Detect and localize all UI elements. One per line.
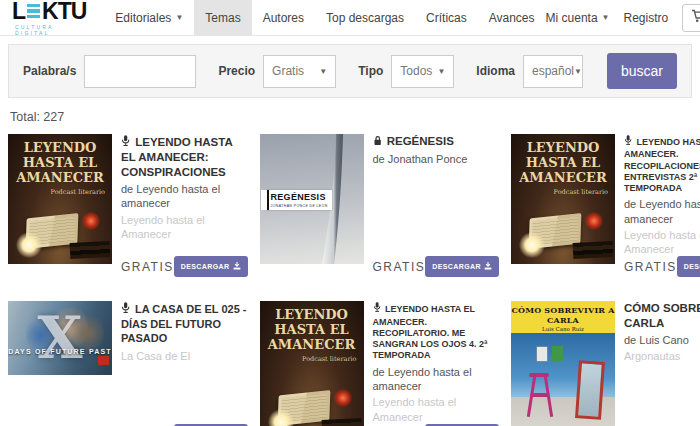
cover-title: LEYENDO HASTA EL AMANECER (260, 301, 364, 353)
book-cover[interactable]: REGÉNESIS JONATHAN PONCE DE LEÓN (260, 134, 364, 264)
cover-title: CÓMO SOBREVIVIR A CARLA (511, 305, 615, 325)
cover-x-mark: X (8, 309, 112, 367)
language-label: Idioma (476, 64, 515, 78)
download-button[interactable]: DESCARGAR (425, 256, 499, 277)
price-select[interactable]: Gratis ▼ (263, 55, 336, 88)
chevron-down-icon: ▼ (574, 67, 582, 76)
price-label: Precio (218, 64, 255, 78)
type-select[interactable]: Todos ▼ (391, 55, 454, 88)
type-label: Tipo (358, 64, 383, 78)
download-icon (484, 262, 492, 271)
cover-title: DAYS OF FUTURE PAST (8, 348, 112, 355)
lock-icon (373, 135, 382, 149)
chevron-down-icon: ▼ (437, 67, 445, 76)
header: L KTU CULTURA DIGITAL Editoriales ▼ Tema… (0, 0, 700, 36)
book-author: de Leyendo hasta el amanecer (624, 197, 700, 226)
chevron-down-icon: ▼ (602, 13, 610, 22)
chevron-down-icon: ▼ (319, 67, 327, 76)
book-card: LEYENDO HASTA EL AMANECER Podcast litera… (511, 134, 700, 277)
logo-tagline: CULTURA DIGITAL (12, 24, 86, 36)
account-menu[interactable]: Mi cuenta ▼ (546, 11, 610, 25)
logo-text-l: L (12, 0, 25, 23)
book-cover[interactable]: X DAYS OF FUTURE PAST (8, 301, 112, 426)
cover-title: LEYENDO HASTA EL AMANECER (511, 134, 615, 186)
nav-item-criticas[interactable]: Críticas (415, 0, 478, 36)
book-author: de Leyendo hasta el amanecer (121, 182, 248, 211)
chevron-down-icon: ▼ (175, 13, 183, 22)
book-title[interactable]: LEYENDO HASTA EL AMANECER. RECOPILACIONE… (624, 134, 700, 194)
price-label-gratis: GRATIS (373, 260, 426, 274)
book-author: de Leyendo hasta el amanecer (373, 365, 500, 394)
book-cover[interactable]: LEYENDO HASTA EL AMANECER Podcast litera… (260, 301, 364, 426)
book-card: CÓMO SOBREVIVIR A CARLA Luis Cano Ruiz C… (511, 301, 700, 426)
book-author: de Jonathan Ponce (373, 152, 500, 166)
book-cover[interactable]: LEYENDO HASTA EL AMANECER Podcast litera… (511, 134, 615, 264)
book-publisher: Leyendo hasta el Amanecer (121, 213, 248, 242)
language-select[interactable]: español ▼ (523, 55, 583, 88)
register-link[interactable]: Registro (623, 11, 668, 25)
book-card: LEYENDO HASTA EL AMANECER Podcast litera… (260, 301, 500, 426)
book-cover[interactable]: CÓMO SOBREVIVIR A CARLA Luis Cano Ruiz (511, 301, 615, 426)
filter-bar: Palabra/s Precio Gratis ▼ Tipo Todos ▼ I… (8, 44, 692, 98)
download-button[interactable]: DESCARGAR (677, 256, 700, 277)
microphone-icon (373, 301, 381, 316)
nav-item-autores[interactable]: Autores (252, 0, 315, 36)
cover-title: LEYENDO HASTA EL AMANECER (8, 134, 112, 186)
cover-subtitle: Podcast literario (260, 353, 364, 363)
download-button[interactable]: DESCARGAR (174, 256, 248, 277)
logo-text-ktu: KTU (42, 0, 86, 23)
book-title[interactable]: REGÉNESIS (373, 134, 500, 149)
cart-button[interactable]: 1 ▼ (682, 4, 700, 32)
cover-subtitle: Podcast literario (8, 186, 112, 196)
price-label-gratis: GRATIS (121, 260, 174, 274)
microphone-icon (624, 134, 632, 149)
main-nav: Editoriales ▼ Temas Autores Top descarga… (104, 0, 545, 36)
nav-item-top-descargas[interactable]: Top descargas (315, 0, 415, 36)
nav-item-editoriales[interactable]: Editoriales ▼ (104, 0, 194, 36)
book-title[interactable]: LA CASA DE EL 025 - DÍAS DEL FUTURO PASA… (121, 301, 248, 345)
logo-bars-icon (27, 4, 40, 19)
lektu-logo[interactable]: L KTU CULTURA DIGITAL (12, 0, 86, 36)
book-publisher: Argonautas (624, 349, 700, 363)
book-publisher: La Casa de El (121, 349, 248, 363)
book-title[interactable]: LEYENDO HASTA EL AMANECER: CONSPIRACIONE… (121, 134, 248, 179)
search-submit-button[interactable]: buscar (607, 53, 677, 89)
book-publisher: Leyendo hasta el Amanecer (624, 228, 700, 257)
book-card: REGÉNESIS JONATHAN PONCE DE LEÓN REGÉNES… (260, 134, 500, 277)
microphone-icon (121, 301, 130, 318)
download-icon (233, 262, 241, 271)
keyword-label: Palabra/s (23, 64, 76, 78)
book-card: LEYENDO HASTA EL AMANECER Podcast litera… (8, 134, 248, 277)
book-card: X DAYS OF FUTURE PAST LA CASA DE EL 025 … (8, 301, 248, 426)
chair-art (527, 373, 553, 417)
cover-subtitle: Podcast literario (511, 186, 615, 196)
nav-item-avances[interactable]: Avances (478, 0, 546, 36)
mirror-art (575, 361, 605, 421)
price-label-gratis: GRATIS (624, 260, 677, 274)
cover-author: Luis Cano Ruiz (511, 326, 615, 332)
cover-title: REGÉNESIS (271, 193, 328, 202)
results-grid: LEYENDO HASTA EL AMANECER Podcast litera… (0, 134, 700, 426)
microphone-icon (121, 134, 130, 150)
keyword-input[interactable] (84, 55, 196, 88)
results-total: Total: 227 (0, 98, 700, 134)
nav-item-temas[interactable]: Temas (194, 0, 251, 36)
book-title[interactable]: CÓMO SOBREVIVIR A CARLA (624, 301, 700, 330)
book-author: de Luis Cano (624, 333, 700, 347)
cart-icon (691, 9, 700, 27)
book-publisher: Leyendo hasta el Amanecer (373, 395, 500, 424)
book-cover[interactable]: LEYENDO HASTA EL AMANECER Podcast litera… (8, 134, 112, 264)
cover-subtitle: JONATHAN PONCE DE LEÓN (271, 204, 328, 208)
book-title[interactable]: LEYENDO HASTA EL AMANECER. RECOPILATORIO… (373, 301, 500, 361)
